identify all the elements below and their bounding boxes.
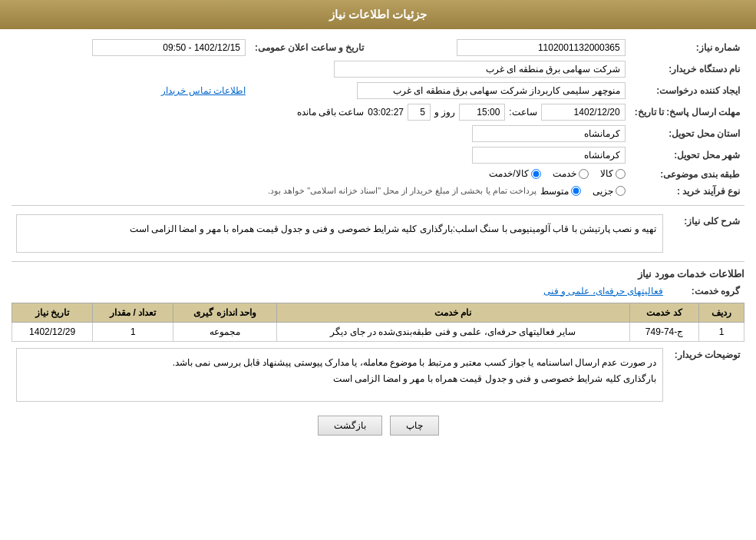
col-row-num: ردیف <box>699 303 744 322</box>
province-row: استان محل تحویل: کرمانشاه <box>12 123 744 144</box>
page-header: جزئیات اطلاعات نیاز <box>0 0 756 29</box>
info-table: شماره نیاز: 1102001132000365 تاریخ و ساع… <box>12 37 744 199</box>
deadline-remaining-label: ساعت باقی مانده <box>297 107 365 118</box>
service-code: ج-74-749 <box>629 322 699 341</box>
process-note: پرداخت تمام یا بخشی از مبلغ خریدار از مح… <box>268 186 536 196</box>
main-content: شماره نیاز: 1102001132000365 تاریخ و ساع… <box>0 29 756 455</box>
grid-body: 1 ج-74-749 سایر فعالیتهای حرفه‌ای، علمی … <box>12 322 744 341</box>
divider-2 <box>12 261 744 262</box>
deadline-time: 15:00 <box>459 104 505 121</box>
row-num: 1 <box>699 322 744 341</box>
col-date: تاریخ نیاز <box>12 303 93 322</box>
need-date: 1402/12/29 <box>12 322 93 341</box>
request-number-label: شماره نیاز: <box>630 37 744 58</box>
deadline-remaining: 03:02:27 <box>368 107 404 118</box>
category-radio-group: کالا خدمت کالا/خدمت <box>489 168 625 179</box>
process-radio-motavasset[interactable] <box>571 186 581 196</box>
service-group-label: گروه خدمت: <box>668 283 744 299</box>
process-radio-jozei[interactable] <box>616 186 626 196</box>
footer-buttons: چاپ بازگشت <box>12 416 744 436</box>
category-option-kala-khedmat: کالا/خدمت <box>489 168 540 179</box>
deadline-label: مهلت ارسال پاسخ: تا تاریخ: <box>630 101 744 123</box>
grid-header: ردیف کد خدمت نام خدمت واحد اندازه گیری ت… <box>12 303 744 322</box>
announce-label: تاریخ و ساعت اعلان عمومی: <box>250 37 368 58</box>
overall-description-label: شرح کلی نیاز: <box>668 212 744 255</box>
announce-value: 1402/12/15 - 09:50 <box>92 39 246 56</box>
col-unit: واحد اندازه گیری <box>173 303 277 322</box>
contact-link[interactable]: اطلاعات تماس خریدار <box>161 85 246 96</box>
process-option-jozei: جزیی <box>593 186 626 197</box>
process-row: نوع فرآیند خرید : جزیی متوسط پرداخت تمام… <box>12 184 744 199</box>
category-radio-khedmat[interactable] <box>579 169 589 179</box>
service-name: سایر فعالیتهای حرفه‌ای، علمی و فنی طبقه‌… <box>276 322 629 341</box>
back-button[interactable]: بازگشت <box>318 416 382 436</box>
col-service-name: نام خدمت <box>276 303 629 322</box>
buyer-description-table: توضیحات خریدار: در صورت عدم ارسال اساسنا… <box>12 346 744 404</box>
province-label: استان محل تحویل: <box>630 123 744 144</box>
unit: مجموعه <box>173 322 277 341</box>
category-radio-kala-khedmat[interactable] <box>531 169 541 179</box>
services-grid: ردیف کد خدمت نام خدمت واحد اندازه گیری ت… <box>12 303 744 342</box>
requester-org-label: نام دستگاه خریدار: <box>630 58 744 80</box>
city-value: کرمانشاه <box>472 147 626 164</box>
process-fields: جزیی متوسط پرداخت تمام یا بخشی از مبلغ خ… <box>16 186 626 197</box>
buyer-description-label: توضیحات خریدار: <box>668 346 744 404</box>
quantity: 1 <box>93 322 173 341</box>
buyer-description-row: توضیحات خریدار: در صورت عدم ارسال اساسنا… <box>12 346 744 404</box>
process-option-motavasset: متوسط <box>540 186 581 197</box>
category-option-khedmat: خدمت <box>553 168 589 179</box>
divider-1 <box>12 205 744 206</box>
overall-description-row: شرح کلی نیاز: تهیه و نصب پارتیشن با قاب … <box>12 212 744 255</box>
overall-description-value: تهیه و نصب پارتیشن با قاب آلومینیومی با … <box>16 214 663 253</box>
city-row: شهر محل تحویل: کرمانشاه <box>12 144 744 166</box>
service-group-row: گروه خدمت: فعالیتهای حرفه‌ای، علمی و فنی <box>12 283 744 299</box>
requester-org-value: شرکت سهامی برق منطقه ای غرب <box>334 61 626 78</box>
page-title: جزئیات اطلاعات نیاز <box>329 8 427 21</box>
request-number-value: 1102001132000365 <box>457 39 626 56</box>
table-row: 1 ج-74-749 سایر فعالیتهای حرفه‌ای، علمی … <box>12 322 744 341</box>
city-label: شهر محل تحویل: <box>630 144 744 166</box>
deadline-time-label: ساعت: <box>509 107 536 118</box>
requester-row: نام دستگاه خریدار: شرکت سهامی برق منطقه … <box>12 58 744 80</box>
services-title: اطلاعات خدمات مورد نیاز <box>12 268 744 280</box>
col-service-code: کد خدمت <box>629 303 699 322</box>
province-value: کرمانشاه <box>472 125 626 142</box>
service-group-table: گروه خدمت: فعالیتهای حرفه‌ای، علمی و فنی <box>12 283 744 299</box>
category-row: طبقه بندی موضوعی: کالا خدمت کالا/خدمت <box>12 166 744 184</box>
col-quantity: تعداد / مقدار <box>93 303 173 322</box>
service-group-value[interactable]: فعالیتهای حرفه‌ای، علمی و فنی <box>543 286 663 297</box>
description-table: شرح کلی نیاز: تهیه و نصب پارتیشن با قاب … <box>12 212 744 255</box>
creator-value: منوچهر سلیمی کاربرداز شرکت سهامی برق منط… <box>357 82 626 99</box>
creator-label: ایجاد کننده درخواست: <box>630 80 744 101</box>
category-label: طبقه بندی موضوعی: <box>630 166 744 184</box>
deadline-fields: 1402/12/20 ساعت: 15:00 روز و 5 03:02:27 … <box>16 104 626 121</box>
request-number-row: شماره نیاز: 1102001132000365 تاریخ و ساع… <box>12 37 744 58</box>
print-button[interactable]: چاپ <box>390 416 439 436</box>
grid-header-row: ردیف کد خدمت نام خدمت واحد اندازه گیری ت… <box>12 303 744 322</box>
buyer-description-value: در صورت عدم ارسال اساسنامه یا جواز کسب م… <box>16 348 663 402</box>
deadline-date: 1402/12/20 <box>541 104 626 121</box>
deadline-row: مهلت ارسال پاسخ: تا تاریخ: 1402/12/20 سا… <box>12 101 744 123</box>
deadline-days-label: روز و <box>434 107 455 118</box>
category-option-kala: کالا <box>600 168 626 179</box>
category-radio-kala[interactable] <box>616 169 626 179</box>
deadline-days: 5 <box>408 104 431 121</box>
process-radio-group: جزیی متوسط <box>540 186 626 197</box>
process-label: نوع فرآیند خرید : <box>630 184 744 199</box>
creator-row: ایجاد کننده درخواست: منوچهر سلیمی کاربرد… <box>12 80 744 101</box>
page-wrapper: جزئیات اطلاعات نیاز شماره نیاز: 11020011… <box>0 0 756 540</box>
